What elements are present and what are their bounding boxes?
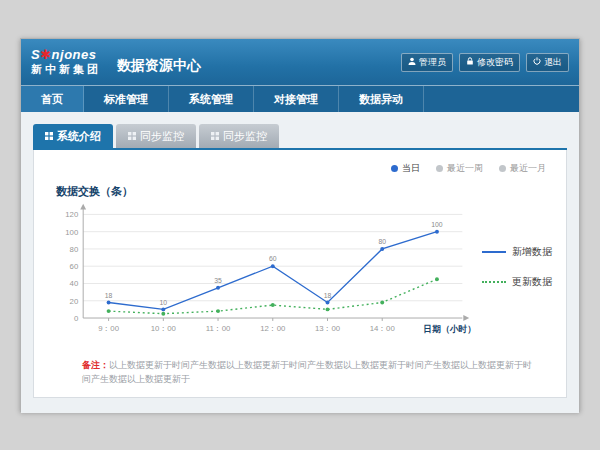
chart-y-axis-title: 数据交换（条） — [56, 184, 552, 199]
nav-item-home[interactable]: 首页 — [21, 86, 84, 112]
logout-button[interactable]: 退出 — [526, 53, 569, 72]
line-chart: 0204060801001209：0010：0011：0012：0013：001… — [48, 201, 478, 351]
svg-text:20: 20 — [70, 297, 79, 306]
tab-label: 同步监控 — [223, 129, 267, 144]
svg-text:100: 100 — [431, 221, 443, 228]
footnote-text: 以上数据更新于时间产生数据以上数据更新于时间产生数据以上数据更新于时间产生数据以… — [82, 360, 532, 384]
filter-last-week[interactable]: 最近一周 — [436, 162, 483, 175]
tab-sync-monitor-1[interactable]: 同步监控 — [116, 124, 196, 148]
grid-icon — [128, 130, 136, 142]
chart-legend: 新增数据 更新数据 — [482, 245, 552, 305]
admin-button[interactable]: 管理员 — [401, 53, 453, 72]
user-icon — [408, 57, 416, 67]
tab-bar: 系统介绍 同步监控 同步监控 — [33, 124, 567, 148]
svg-text:13：00: 13：00 — [315, 324, 341, 333]
dotted-line-icon — [482, 281, 506, 283]
svg-text:100: 100 — [65, 228, 79, 237]
nav-item-system-mgmt[interactable]: 系统管理 — [169, 86, 254, 112]
main-nav: 首页 标准管理 系统管理 对接管理 数据异动 — [21, 85, 579, 112]
tab-sync-monitor-2[interactable]: 同步监控 — [199, 124, 279, 148]
app-window: S✱njones 新中新集团 数据资源中心 管理员 修改密码 退出 首页 标准管… — [20, 38, 580, 412]
grid-icon — [211, 130, 219, 142]
svg-text:80: 80 — [378, 238, 386, 245]
filter-last-month[interactable]: 最近一月 — [499, 162, 546, 175]
header-actions: 管理员 修改密码 退出 — [401, 53, 569, 72]
svg-text:11：00: 11：00 — [206, 324, 231, 333]
dot-icon — [499, 165, 506, 172]
legend-label: 新增数据 — [512, 245, 552, 259]
logo-wordmark: S✱njones — [31, 48, 101, 63]
legend-label: 更新数据 — [512, 275, 552, 289]
grid-icon — [45, 130, 53, 142]
chart-row: 0204060801001209：0010：0011：0012：0013：001… — [48, 201, 552, 351]
filter-label: 当日 — [402, 162, 420, 175]
svg-text:14：00: 14：00 — [370, 324, 396, 333]
legend-item-updated-data[interactable]: 更新数据 — [482, 275, 552, 289]
header-bar: S✱njones 新中新集团 数据资源中心 管理员 修改密码 退出 — [21, 39, 579, 85]
tab-label: 同步监控 — [140, 129, 184, 144]
nav-item-standard-mgmt[interactable]: 标准管理 — [84, 86, 169, 112]
svg-text:60: 60 — [70, 262, 79, 271]
nav-item-data-change[interactable]: 数据异动 — [339, 86, 424, 112]
chart-panel: 当日 最近一周 最近一月 数据交换（条） 0204060801001209：00… — [33, 150, 567, 398]
nav-item-docking-mgmt[interactable]: 对接管理 — [254, 86, 339, 112]
company-logo[interactable]: S✱njones 新中新集团 — [31, 48, 101, 76]
svg-text:12：00: 12：00 — [260, 324, 286, 333]
logo-company-name: 新中新集团 — [31, 63, 101, 76]
tab-label: 系统介绍 — [57, 129, 101, 144]
dot-icon — [391, 165, 398, 172]
svg-text:40: 40 — [70, 279, 79, 288]
change-password-label: 修改密码 — [477, 56, 513, 69]
page-title: 数据资源中心 — [117, 57, 201, 75]
svg-text:18: 18 — [105, 292, 113, 299]
svg-text:18: 18 — [324, 292, 332, 299]
svg-text:0: 0 — [74, 314, 79, 323]
solid-line-icon — [482, 251, 506, 253]
svg-text:60: 60 — [269, 255, 277, 262]
filter-label: 最近一月 — [510, 162, 546, 175]
svg-text:10: 10 — [160, 299, 168, 306]
footnote: 备注：以上数据更新于时间产生数据以上数据更新于时间产生数据以上数据更新于时间产生… — [48, 359, 552, 386]
dot-icon — [436, 165, 443, 172]
logo-star-icon: ✱ — [40, 47, 51, 62]
lock-icon — [466, 57, 474, 67]
svg-text:35: 35 — [214, 277, 222, 284]
svg-text:80: 80 — [70, 245, 79, 254]
footnote-prefix: 备注： — [82, 360, 109, 370]
svg-text:日期（小时）: 日期（小时） — [423, 324, 476, 334]
legend-item-new-data[interactable]: 新增数据 — [482, 245, 552, 259]
tab-system-intro[interactable]: 系统介绍 — [33, 124, 113, 148]
chart-filters: 当日 最近一周 最近一月 — [391, 162, 546, 175]
power-icon — [533, 57, 541, 67]
logout-label: 退出 — [544, 56, 562, 69]
change-password-button[interactable]: 修改密码 — [459, 53, 520, 72]
filter-today[interactable]: 当日 — [391, 162, 420, 175]
content-area: 系统介绍 同步监控 同步监控 当日 最近一周 最近一月 数据交换（条） 0204… — [21, 112, 579, 413]
svg-text:9：00: 9：00 — [98, 324, 119, 333]
svg-text:120: 120 — [65, 210, 79, 219]
svg-text:10：00: 10：00 — [151, 324, 177, 333]
filter-label: 最近一周 — [447, 162, 483, 175]
admin-button-label: 管理员 — [419, 56, 446, 69]
